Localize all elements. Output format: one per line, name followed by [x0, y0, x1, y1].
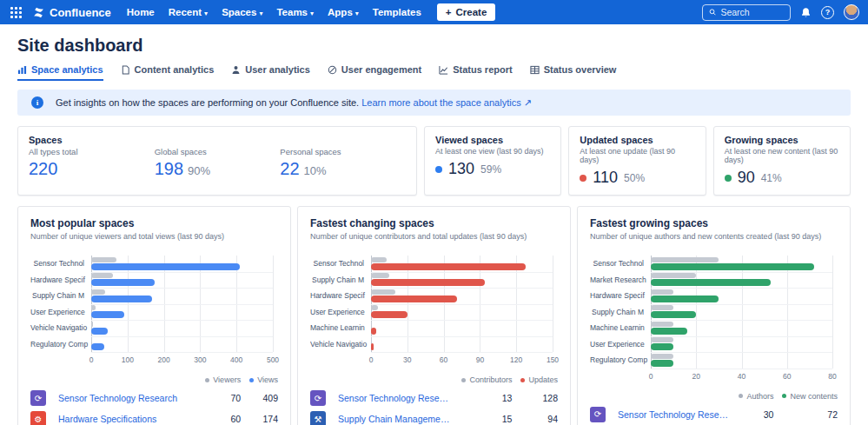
bar-updates: [371, 296, 457, 302]
bar-updates: [371, 311, 407, 318]
bar-contributors: [371, 322, 372, 327]
tab-user-analytics[interactable]: User analytics: [231, 64, 310, 81]
tab-label: Status overview: [544, 64, 617, 75]
bar-chart: Sensor TechnolHardware SpecifSupply Chai…: [30, 256, 278, 365]
user-avatar[interactable]: [844, 4, 859, 20]
bar-authors: [651, 289, 673, 295]
spaces-metric: Global spaces19890%: [155, 147, 281, 179]
x-tick-label: 60: [783, 372, 791, 381]
chart-row: User Experience: [310, 304, 558, 321]
confluence-mark-icon: [32, 6, 45, 19]
tab-content-analytics[interactable]: Content analytics: [121, 64, 215, 81]
bar-chart-icon: [17, 65, 27, 75]
panel-title: Most popular spaces: [30, 217, 278, 229]
nav-item-templates[interactable]: Templates: [373, 7, 421, 17]
banner-text: Get insights on how the spaces are perfo…: [56, 97, 532, 109]
tab-user-engagement[interactable]: User engagement: [328, 64, 421, 81]
category-label: Vehicle Navigatio: [30, 323, 91, 332]
stat-value-row: 11050%: [580, 169, 694, 187]
category-label: Regulatory Comp: [30, 340, 91, 349]
app-switcher-icon[interactable]: [10, 7, 22, 18]
bar-group: [651, 289, 832, 302]
category-label: Supply Chain M: [310, 276, 371, 284]
tab-status-report[interactable]: Status report: [439, 64, 512, 81]
bar-views: [91, 328, 108, 335]
metric-percent: 10%: [304, 164, 327, 177]
chart-row: Hardware Specif: [590, 288, 838, 304]
x-tick-label: 100: [122, 355, 134, 364]
legend-dot: [249, 378, 254, 382]
bar-views: [91, 263, 240, 270]
space-link[interactable]: Sensor Technology Research: [618, 407, 730, 422]
panel-subtitle: Number of unique authors and new content…: [590, 232, 838, 241]
bar-contributors: [371, 257, 387, 262]
legend-dot: [782, 394, 786, 398]
bar-group: [371, 273, 553, 286]
table-grid-icon: [530, 65, 540, 75]
bar-contributors: [371, 305, 378, 310]
chart-panels-row: Most popular spacesNumber of unique view…: [17, 206, 851, 425]
create-button[interactable]: + Create: [437, 3, 496, 21]
space-link[interactable]: Sensor Technology Research: [58, 390, 196, 406]
stat-percent: 41%: [761, 172, 782, 184]
value-1: 13: [502, 390, 513, 406]
bar-group: [651, 354, 832, 367]
brand-label: Confluence: [50, 6, 111, 19]
spaces-summary-card: Spaces All types total220Global spaces19…: [17, 126, 417, 196]
space-link[interactable]: Supply Chain Management for Car Producti…: [338, 411, 453, 425]
search-box[interactable]: [702, 4, 791, 21]
stat-value: 130: [448, 160, 474, 178]
category-label: Machine Learnin: [590, 323, 651, 332]
value-2: 128: [542, 390, 558, 406]
nav-item-home[interactable]: Home: [127, 7, 155, 17]
notifications-icon[interactable]: [800, 7, 812, 18]
search-input[interactable]: [720, 7, 784, 17]
metric-label: Global spaces: [155, 147, 281, 156]
bar-group: [651, 322, 832, 335]
chart-row: Hardware Specif: [30, 272, 278, 289]
nav-item-teams[interactable]: Teams▾: [276, 7, 314, 17]
panel-fastest-changing-spaces: Fastest changing spacesNumber of unique …: [297, 206, 571, 425]
chart-row: Sensor Technol: [30, 256, 278, 272]
panel-subtitle: Number of unique viewers and total views…: [30, 232, 278, 241]
nav-item-recent[interactable]: Recent▾: [169, 7, 208, 17]
panel-fastest-growing-spaces: Fastest growing spacesNumber of unique a…: [577, 206, 851, 425]
value-2: 409: [262, 390, 278, 406]
chart-row: User Experience: [590, 336, 838, 353]
tab-space-analytics[interactable]: Space analytics: [17, 64, 103, 81]
confluence-logo[interactable]: Confluence: [32, 6, 111, 19]
category-label: Sensor Technol: [590, 259, 651, 268]
bar-group: [91, 289, 273, 302]
bar-contributors: [371, 337, 372, 342]
legend-dot: [520, 378, 525, 382]
banner-learn-more-link[interactable]: Learn more about the space analytics ↗: [361, 97, 532, 108]
bar-viewers: [91, 289, 105, 295]
category-label: Hardware Specif: [590, 291, 651, 300]
bar-group: [651, 305, 832, 318]
chart-row: Vehicle Navigatio: [30, 320, 278, 336]
chevron-down-icon: ▾: [204, 10, 208, 17]
top-nav: Confluence HomeRecent▾Spaces▾Teams▾Apps▾…: [0, 0, 868, 24]
category-label: Hardware Specif: [310, 291, 371, 300]
legend-dot: [205, 378, 209, 382]
nav-item-spaces[interactable]: Spaces▾: [222, 7, 262, 17]
space-link[interactable]: Hardware Specifications: [58, 411, 196, 425]
stat-card-title: Viewed spaces: [435, 135, 550, 145]
bar-group: [91, 337, 273, 350]
chart-row: Regulatory Comp: [30, 336, 278, 353]
value-1: 60: [230, 411, 241, 425]
nav-item-apps[interactable]: Apps▾: [328, 7, 359, 17]
space-link[interactable]: Sensor Technology Research: [338, 390, 453, 406]
help-icon[interactable]: ?: [821, 6, 834, 19]
bar-updates: [371, 279, 485, 286]
bar-group: [651, 337, 832, 350]
metric-label: All types total: [29, 147, 155, 156]
panel-title: Fastest changing spaces: [310, 217, 558, 229]
category-label: Regulatory Comp: [590, 355, 651, 364]
category-label: Hardware Specif: [30, 276, 91, 284]
bar-updates: [371, 263, 526, 270]
bar-authors: [651, 273, 696, 278]
stat-card-subtitle: At least one update (last 90 days): [580, 147, 694, 164]
bar-new-contents: [651, 296, 719, 302]
tab-status-overview[interactable]: Status overview: [530, 64, 617, 81]
